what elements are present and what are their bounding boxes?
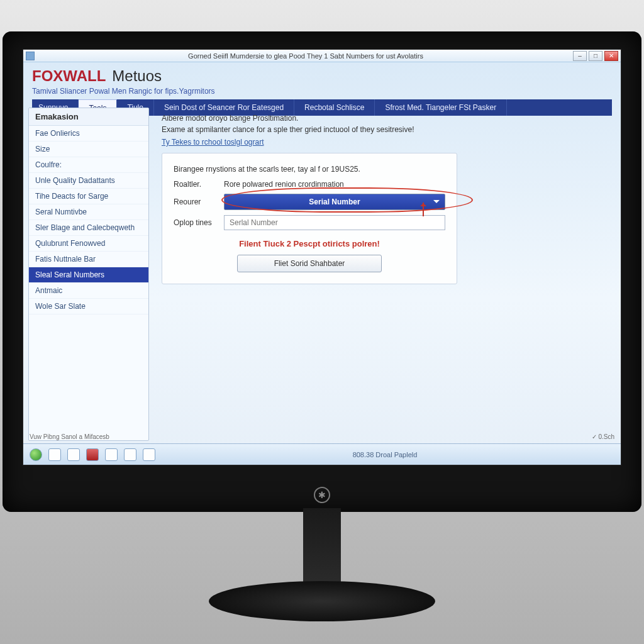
sidebar-item-5[interactable]: Seral Numtivbe — [29, 204, 148, 220]
statusbar-right: ✓ 0.Sch — [592, 433, 614, 443]
form-row-input: Oplop tines — [174, 215, 445, 230]
sidebar-item-7[interactable]: Qulubrunt Fenowved — [29, 236, 148, 252]
sidebar-item-8[interactable]: Fatis Nuttnale Bar — [29, 252, 148, 267]
form-row-select: Reourer Serial Number — [174, 194, 445, 210]
taskbar-app-5-icon[interactable] — [124, 448, 136, 461]
taskbar-app-3-icon[interactable] — [86, 448, 99, 461]
window-app-icon — [26, 52, 35, 60]
monitor-logo-icon: ✱ — [314, 487, 330, 503]
app-brand-main: FOXWALL — [32, 67, 106, 85]
window-controls: – □ ✕ — [573, 51, 618, 61]
row1-label: Roaltler. — [174, 180, 218, 189]
sidebar: Emakasion Fae Onlierics Size Coulfre: Un… — [28, 108, 149, 441]
sidebar-item-4[interactable]: Tihe Deacts for Sarge — [29, 189, 148, 204]
app-tagline: Tamival Sliancer Powal Men Rangic for fi… — [32, 87, 612, 96]
monitor-stand-neck — [303, 508, 341, 590]
serial-number-select-value: Serial Number — [309, 197, 360, 206]
main-desc-2: Exame at spmilanter clance for a sple th… — [162, 125, 609, 134]
monitor-stand-base — [209, 581, 435, 621]
window-title: Gorned Seiifl Mumdersie to glea Pood The… — [38, 52, 573, 60]
sidebar-item-3[interactable]: Unle Quality Dadattants — [29, 173, 148, 189]
status-strip: Vuw Pibng Sanol a Mifacesb ✓ 0.Sch — [23, 433, 621, 443]
serial-form: Birangee rnystions at the scarls teer, t… — [162, 153, 457, 284]
sidebar-item-0[interactable]: Fae Onlierics — [29, 126, 148, 142]
monitor-frame: FOXWELL Gorned Seiifl Mumdersie to glea … — [0, 0, 644, 644]
row3-label: Oplop tines — [174, 218, 218, 227]
annotation-arrow-icon — [423, 203, 424, 216]
row2-label: Reourer — [174, 197, 218, 206]
sidebar-item-9[interactable]: Sleal Seral Numbers — [29, 267, 148, 283]
taskbar-center-text: 808.38 Droal Papleld — [162, 451, 608, 458]
screen: Gorned Seiifl Mumdersie to glea Pood The… — [23, 49, 621, 465]
serial-number-input[interactable] — [224, 215, 445, 230]
sidebar-item-2[interactable]: Coulfre: — [29, 157, 148, 173]
row1-value: Rore polwared renion crordinmation — [224, 180, 344, 189]
start-orb-icon[interactable] — [30, 448, 42, 461]
content-area: Emakasion Fae Onlierics Size Coulfre: Un… — [28, 108, 616, 441]
main-help-link[interactable]: Ty Tekes to rchool toslgl ogrart — [162, 138, 609, 147]
sidebar-heading: Emakasion — [29, 108, 148, 126]
window-titlebar: Gorned Seiifl Mumdersie to glea Pood The… — [23, 50, 621, 62]
close-button[interactable]: ✕ — [604, 51, 618, 61]
form-row-description: Roaltler. Rore polwared renion crordinma… — [174, 180, 445, 189]
taskbar-app-2-icon[interactable] — [67, 448, 80, 461]
maximize-button[interactable]: □ — [589, 51, 602, 61]
serial-number-select[interactable]: Serial Number — [224, 194, 445, 210]
monitor-bezel: Gorned Seiifl Mumdersie to glea Pood The… — [3, 31, 641, 512]
sidebar-item-6[interactable]: Sler Blage and Calecbeqweth — [29, 220, 148, 236]
statusbar-left: Vuw Pibng Sanol a Mifacesb — [30, 433, 109, 443]
main-panel: Aibere modot oroyo bange Prosltimation. … — [155, 108, 616, 441]
form-hint: Birangee rnystions at the scarls teer, t… — [174, 165, 445, 174]
app-brand-sub: Metuos — [112, 67, 162, 85]
sidebar-item-11[interactable]: Wole Sar Slate — [29, 299, 148, 314]
taskbar: 808.38 Droal Papleld — [23, 443, 621, 465]
taskbar-app-4-icon[interactable] — [105, 448, 118, 461]
form-warning: Filent Tiuck 2 Pescpt otiricts polren! — [174, 239, 445, 248]
minimize-button[interactable]: – — [573, 51, 587, 61]
main-desc-1: Aibere modot oroyo bange Prosltimation. — [162, 114, 609, 123]
submit-button[interactable]: Fliet Sorid Shahbater — [237, 255, 382, 272]
taskbar-app-6-icon[interactable] — [143, 448, 155, 461]
sidebar-item-10[interactable]: Antmaic — [29, 283, 148, 299]
taskbar-app-1-icon[interactable] — [48, 448, 61, 461]
sidebar-item-1[interactable]: Size — [29, 142, 148, 157]
